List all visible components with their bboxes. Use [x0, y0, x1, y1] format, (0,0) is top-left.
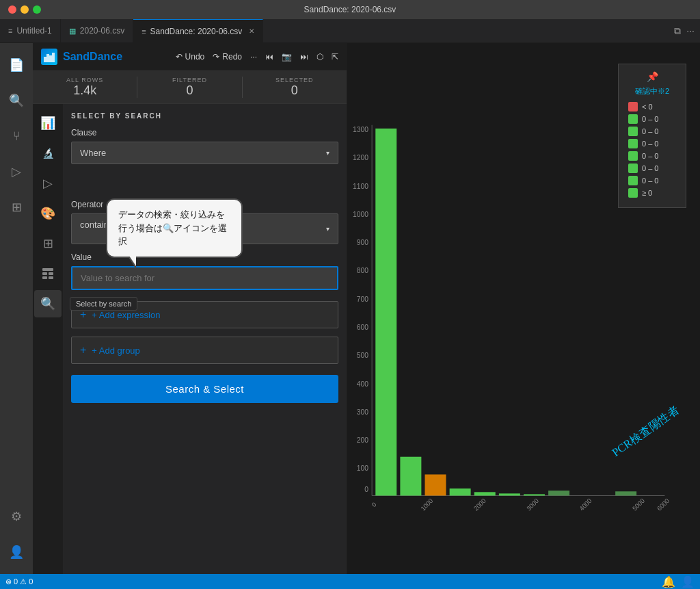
svg-text:100: 100: [357, 464, 368, 472]
undo-icon: ↶: [176, 52, 183, 62]
svg-text:1000: 1000: [353, 211, 368, 218]
filter-mode-icon[interactable]: ▷: [34, 170, 62, 197]
svg-text:900: 900: [357, 239, 368, 246]
table-mode-icon[interactable]: [34, 260, 62, 287]
color-mode-icon[interactable]: 🎨: [34, 200, 62, 227]
sidebar-item-search[interactable]: 🔍: [0, 84, 33, 117]
svg-text:300: 300: [357, 408, 368, 416]
grid-mode-icon[interactable]: ⊞: [34, 230, 62, 257]
extensions-icon: ⊞: [12, 200, 22, 215]
left-panel: SandDance ↶ Undo ↷ Redo ··· ⏮ 📷: [33, 43, 347, 574]
clause-chevron-icon: ▾: [326, 149, 329, 157]
chart-mode-icon[interactable]: 📊: [34, 109, 62, 137]
more-header-options[interactable]: ···: [250, 52, 257, 62]
tab-untitled-label: Untitled-1: [16, 26, 51, 36]
notification-icon[interactable]: 🔔: [662, 575, 675, 588]
clause-dropdown[interactable]: Where And Or: [80, 148, 326, 158]
add-group-label: + Add group: [92, 345, 139, 356]
sanddance-title: SandDance: [63, 51, 122, 63]
tab-sanddance[interactable]: ≡ SandDance: 2020-06.csv ✕: [133, 19, 263, 42]
selected-label: SELECTED: [243, 77, 347, 83]
search-select-button[interactable]: Search & Select: [71, 375, 338, 403]
status-bar: ⊗ 0 ⚠ 0 🔔 👤: [0, 574, 700, 589]
svg-text:2000: 2000: [472, 497, 487, 512]
close-dot[interactable]: [8, 5, 16, 14]
camera-button[interactable]: 📷: [282, 52, 292, 62]
redo-button[interactable]: ↷ Redo: [213, 52, 242, 62]
clause-select[interactable]: Where And Or ▾: [71, 142, 338, 164]
error-count: ⊗ 0 ⚠ 0: [5, 577, 33, 586]
bar-1[interactable]: [400, 457, 421, 496]
sidebar-item-settings[interactable]: ⚙: [0, 500, 33, 533]
svg-rect-8: [49, 276, 53, 279]
search-select-label: Search & Select: [165, 383, 244, 395]
add-group-button[interactable]: + + Add group: [71, 337, 338, 364]
clause-label: Clause: [71, 128, 338, 138]
more-options-icon[interactable]: ···: [686, 25, 695, 36]
panel-content: 📊 🔬 ▷ 🎨 ⊞ 🔍 Select by search: [33, 104, 347, 574]
bar-0[interactable]: [375, 129, 396, 496]
svg-rect-6: [49, 272, 53, 275]
sidebar-item-account[interactable]: 👤: [0, 536, 33, 568]
svg-rect-5: [42, 272, 47, 275]
bar-2[interactable]: [425, 475, 446, 496]
sidebar-item-explorer[interactable]: 📄: [0, 49, 33, 81]
tab-csv[interactable]: ▦ 2020-06.csv: [61, 19, 133, 42]
tab-untitled[interactable]: ≡ Untitled-1: [0, 19, 61, 42]
bar-7[interactable]: [548, 490, 569, 495]
svg-text:800: 800: [357, 267, 368, 274]
svg-text:700: 700: [357, 296, 368, 303]
svg-text:400: 400: [357, 380, 368, 388]
svg-text:5000: 5000: [631, 497, 646, 512]
sidebar-item-run[interactable]: ▷: [0, 155, 33, 188]
sanddance-header: SandDance ↶ Undo ↷ Redo ··· ⏮ 📷: [33, 43, 347, 71]
bar-4[interactable]: [474, 492, 496, 495]
prev-button[interactable]: ⏮: [265, 52, 273, 62]
next-button[interactable]: ⏭: [300, 52, 308, 62]
explore-mode-icon[interactable]: 🔬: [34, 140, 62, 167]
main-layout: 📄 🔍 ⑂ ▷ ⊞ ⚙ 👤: [0, 43, 700, 574]
tooltip-bubble: データの検索・絞り込みを行う場合は🔍アイコンを選択: [106, 198, 243, 258]
value-input[interactable]: [71, 266, 338, 290]
bar-5[interactable]: [499, 493, 520, 495]
selected-stat: SELECTED 0: [243, 77, 347, 98]
svg-text:200: 200: [357, 436, 368, 444]
undo-button[interactable]: ↶ Undo: [176, 52, 205, 62]
redo-icon: ↷: [213, 52, 219, 62]
tab-bar: ≡ Untitled-1 ▦ 2020-06.csv ≡ SandDance: …: [0, 19, 700, 43]
tooltip-text: データの検索・絞り込みを行う場合は🔍アイコンを選択: [118, 209, 227, 246]
split-editor-icon[interactable]: ⧉: [674, 25, 681, 37]
svg-text:1100: 1100: [353, 183, 368, 190]
svg-rect-3: [52, 53, 55, 62]
svg-text:600: 600: [357, 324, 368, 331]
maximize-dot[interactable]: [33, 5, 41, 14]
svg-text:6000: 6000: [656, 497, 671, 512]
filtered-label: FILTERED: [137, 77, 241, 83]
bar-8[interactable]: [615, 491, 636, 495]
sidebar-item-extensions[interactable]: ⊞: [0, 191, 33, 224]
svg-rect-0: [44, 57, 46, 62]
svg-text:0: 0: [371, 501, 378, 508]
warning-icon: ⚠: [20, 577, 27, 586]
vr-button[interactable]: ⇱: [332, 52, 338, 62]
3d-button[interactable]: ⬡: [317, 52, 323, 62]
minimize-dot[interactable]: [21, 5, 29, 14]
logo-icon: [41, 49, 57, 65]
bar-3[interactable]: [450, 488, 471, 495]
bar-6[interactable]: [524, 494, 545, 495]
svg-rect-1: [46, 54, 49, 62]
search-magnifier-icon: 🔍: [40, 296, 55, 311]
header-controls: ↶ Undo ↷ Redo ··· ⏮ 📷 ⏭: [176, 52, 338, 62]
close-tab-icon[interactable]: ✕: [249, 27, 254, 35]
svg-text:3000: 3000: [526, 497, 541, 512]
all-rows-label: ALL ROWS: [33, 77, 137, 83]
svg-rect-7: [42, 276, 47, 279]
run-icon: ▷: [12, 164, 21, 179]
sidebar-item-git[interactable]: ⑂: [0, 120, 33, 153]
select-search-icon[interactable]: 🔍 Select by search: [34, 290, 62, 317]
panel-sidebar: 📊 🔬 ▷ 🎨 ⊞ 🔍 Select by search: [33, 104, 63, 574]
search-icon: 🔍: [9, 93, 24, 108]
account-status-icon[interactable]: 👤: [681, 575, 695, 588]
window-controls: [8, 5, 41, 14]
svg-text:1300: 1300: [353, 126, 368, 133]
